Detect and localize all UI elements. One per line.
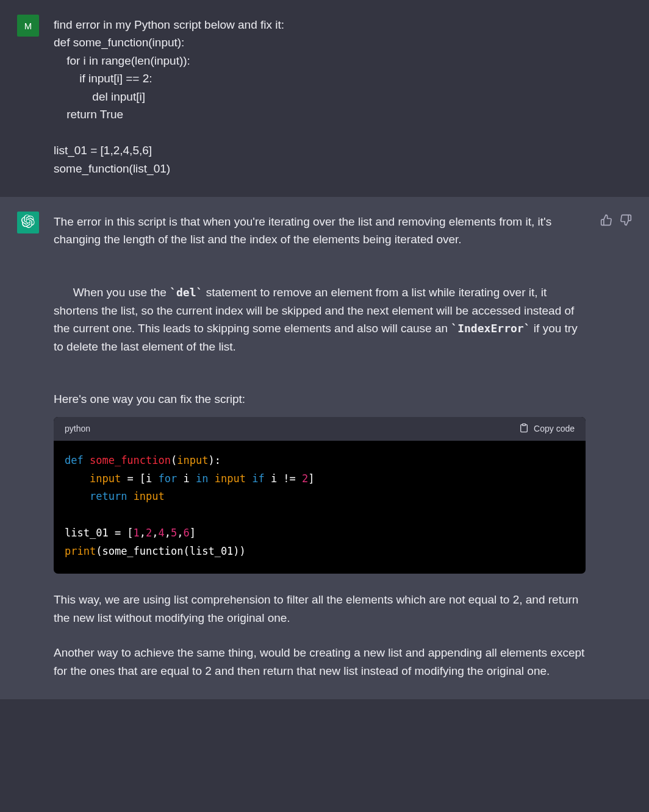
assistant-para-3: Here's one way you can fix the script:	[54, 390, 586, 408]
assistant-content: The error in this script is that when yo…	[54, 212, 586, 680]
assistant-para-1: The error in this script is that when yo…	[54, 213, 586, 249]
code-content: def some_function(input): input = [i for…	[54, 441, 586, 574]
assistant-para-2: When you use the `del` statement to remo…	[54, 266, 586, 374]
user-avatar: M	[17, 15, 39, 37]
svg-rect-0	[522, 424, 525, 426]
user-content: find error in my Python script below and…	[54, 15, 632, 177]
inline-code-del: `del`	[170, 286, 203, 299]
assistant-para-5: Another way to achieve the same thing, w…	[54, 644, 586, 680]
user-text: find error in my Python script below and…	[54, 16, 632, 177]
clipboard-icon	[519, 423, 529, 435]
copy-code-button[interactable]: Copy code	[519, 423, 575, 435]
user-avatar-letter: M	[24, 21, 32, 31]
inline-code-indexerror: `IndexError`	[451, 322, 530, 335]
openai-logo-icon	[21, 215, 35, 230]
copy-code-label: Copy code	[534, 424, 575, 433]
assistant-para-4: This way, we are using list comprehensio…	[54, 591, 586, 627]
feedback-buttons	[600, 212, 632, 680]
user-message: M find error in my Python script below a…	[0, 0, 649, 197]
code-block: python Copy code def some_function(input…	[54, 417, 586, 574]
assistant-message: The error in this script is that when yo…	[0, 197, 649, 699]
code-block-header: python Copy code	[54, 417, 586, 441]
thumbs-up-icon[interactable]	[600, 214, 612, 680]
thumbs-down-icon[interactable]	[620, 214, 632, 680]
code-lang-label: python	[65, 424, 90, 433]
assistant-avatar	[17, 212, 39, 233]
